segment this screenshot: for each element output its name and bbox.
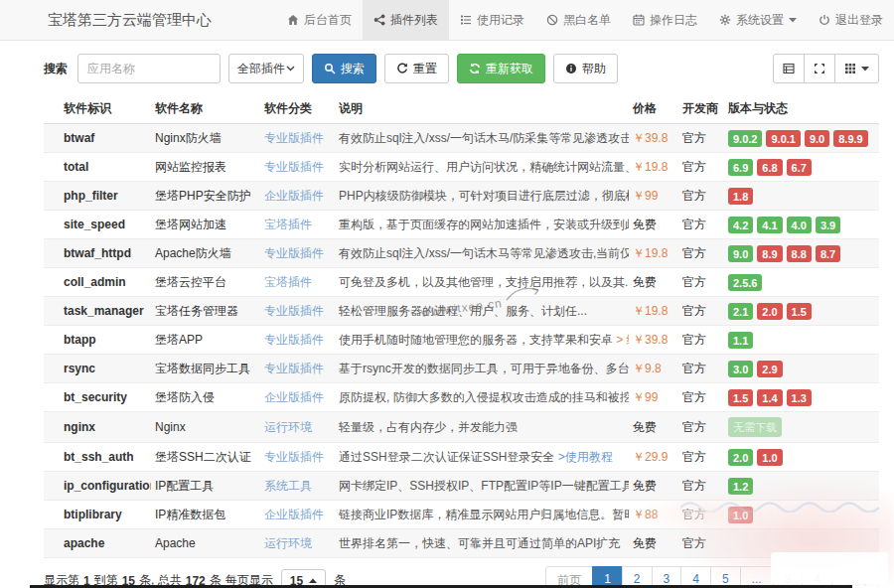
plugin-category-link[interactable]: 运行环境 xyxy=(264,420,312,434)
columns-button[interactable] xyxy=(834,54,879,83)
nav-item-label: 后台首页 xyxy=(304,12,352,29)
nav-item-logout[interactable]: 退出登录 xyxy=(808,0,894,40)
plugin-desc: 基于rsync开发的数据同步工具，可用于异地备份、多台主... xyxy=(339,362,629,375)
version-badge[interactable]: 4.2 xyxy=(728,217,753,233)
version-badge[interactable]: 6.7 xyxy=(787,159,812,176)
version-badge[interactable]: 1.5 xyxy=(728,389,753,406)
plugin-category-link[interactable]: 宝塔插件 xyxy=(264,275,312,289)
version-badge[interactable]: 8.7 xyxy=(816,245,840,262)
version-badge[interactable]: 2.0 xyxy=(728,449,753,466)
plugin-category-link[interactable]: 系统工具 xyxy=(264,479,312,493)
version-badge[interactable]: 1.1 xyxy=(728,332,753,349)
version-badge[interactable]: 1.5 xyxy=(787,303,812,320)
plugin-price: ￥88 xyxy=(633,508,658,521)
plugin-category-link[interactable]: 专业版插件 xyxy=(264,131,324,145)
version-badge[interactable]: 8.9 xyxy=(757,245,782,262)
chevron-down-icon xyxy=(286,66,295,72)
column-header[interactable]: 价格 xyxy=(629,94,678,124)
version-badge[interactable]: 2.5.6 xyxy=(728,274,762,291)
column-header[interactable]: 说明 xyxy=(335,94,629,124)
version-badge[interactable]: 3.9 xyxy=(816,217,840,233)
search-input[interactable] xyxy=(77,54,221,83)
version-badge[interactable]: 3.0 xyxy=(728,361,753,377)
nav-item-label: 系统设置 xyxy=(736,12,784,29)
version-badge[interactable]: 1.4 xyxy=(757,389,782,406)
fullscreen-button[interactable] xyxy=(804,54,835,83)
nav-item-blacklist[interactable]: 黑白名单 xyxy=(535,0,622,40)
search-label: 搜索 xyxy=(44,61,68,77)
reset-icon xyxy=(396,63,408,74)
plugin-category-link[interactable]: 企业版插件 xyxy=(264,390,324,404)
plugin-category-link[interactable]: 宝塔插件 xyxy=(264,218,312,231)
reset-button[interactable]: 重置 xyxy=(384,54,449,83)
version-badge[interactable]: 1.3 xyxy=(787,389,812,406)
plugin-category-link[interactable]: 专业版插件 xyxy=(264,246,324,260)
plugin-desc-link[interactable]: > 组... xyxy=(616,333,629,347)
plugin-desc: 实时分析网站运行、用户访问状况，精确统计网站流量、I... xyxy=(339,160,629,174)
version-badge[interactable]: 1.2 xyxy=(728,478,753,495)
refresh-button[interactable]: 重新获取 xyxy=(457,54,545,83)
nav-item-logs[interactable]: 操作日志 xyxy=(622,0,708,40)
caret-up-icon xyxy=(309,578,317,584)
nav-item-plugins[interactable]: 插件列表 xyxy=(363,0,449,40)
version-badge[interactable]: 2.0 xyxy=(757,303,782,320)
column-header[interactable]: 软件标识 xyxy=(44,94,151,124)
version-badge[interactable]: 9.0.1 xyxy=(766,130,800,147)
version-badge[interactable]: 9.0.2 xyxy=(728,130,762,147)
version-badge[interactable]: 无需下载 xyxy=(728,417,782,437)
plugin-name: 堡塔APP xyxy=(155,333,203,347)
plugin-developer: 官方 xyxy=(682,479,706,493)
plugin-category-link[interactable]: 专业版插件 xyxy=(264,160,324,174)
settings-icon xyxy=(719,14,731,26)
plugin-developer: 官方 xyxy=(682,160,706,174)
nav-item-settings[interactable]: 系统设置 xyxy=(708,0,808,40)
plugin-category-link[interactable]: 企业版插件 xyxy=(264,189,324,203)
version-badge[interactable]: 8.9.9 xyxy=(833,130,867,147)
plugin-category-link[interactable]: 专业版插件 xyxy=(264,333,324,347)
reset-button-label: 重置 xyxy=(413,61,437,77)
plugin-id: task_manager xyxy=(64,304,144,318)
version-badge[interactable]: 1.0 xyxy=(757,449,782,466)
column-header[interactable]: 软件名称 xyxy=(151,94,260,124)
version-badge[interactable]: 6.9 xyxy=(728,159,753,176)
version-badge[interactable]: 8.8 xyxy=(787,245,812,262)
plugin-developer: 官方 xyxy=(682,390,706,404)
plugin-id: coll_admin xyxy=(64,275,126,289)
version-badge[interactable]: 2.9 xyxy=(757,361,782,377)
plugin-category-link[interactable]: 专业版插件 xyxy=(264,304,324,318)
plugin-name: IP配置工具 xyxy=(155,479,214,493)
nav-item-records[interactable]: 使用记录 xyxy=(449,0,535,40)
plugin-desc: 轻量级，占有内存少，并发能力强 xyxy=(339,420,518,434)
plugin-price: ￥99 xyxy=(633,189,658,203)
plugin-category-link[interactable]: 专业版插件 xyxy=(264,362,324,375)
table-row: task_manager宝塔任务管理器专业版插件轻松管理服务器的进程、用户、服务… xyxy=(44,297,879,326)
plugin-desc: 有效防止sql注入/xss/一句话木马等常见渗透攻击,当前仅... xyxy=(339,246,629,260)
version-badge[interactable]: 4.0 xyxy=(787,217,812,233)
version-badge[interactable]: 1.8 xyxy=(728,188,753,205)
plugin-category-link[interactable]: 企业版插件 xyxy=(264,508,324,521)
version-badge[interactable]: 4.1 xyxy=(757,217,782,233)
card-view-button[interactable] xyxy=(773,54,805,83)
column-header[interactable]: 开发商 xyxy=(678,94,724,124)
category-select[interactable]: 全部插件 xyxy=(228,54,304,83)
plugin-desc: 使用手机随时随地管理您的服务器，支持苹果和安卓 xyxy=(339,333,616,347)
table-row: bt_security堡塔防入侵企业版插件原防提权, 防御大多数的入侵提权攻击造… xyxy=(44,383,879,412)
caret-down-icon xyxy=(789,17,797,23)
nav-item-home[interactable]: 后台首页 xyxy=(276,0,363,40)
plugins-icon xyxy=(373,14,385,26)
version-badge[interactable]: 9.0 xyxy=(805,130,829,147)
table-header-row: 软件标识软件名称软件分类说明价格开发商版本与状态 xyxy=(44,94,879,124)
plugin-category-link[interactable]: 专业版插件 xyxy=(264,450,324,464)
plugin-name: 宝塔任务管理器 xyxy=(155,304,238,318)
search-button[interactable]: 搜索 xyxy=(312,54,376,83)
plugin-name: 堡塔网站加速 xyxy=(155,218,226,231)
version-badge[interactable]: 9.0 xyxy=(728,245,753,262)
plugin-category-link[interactable]: 运行环境 xyxy=(264,536,312,550)
column-header[interactable]: 版本与状态 xyxy=(724,94,879,124)
column-header[interactable]: 软件分类 xyxy=(260,94,335,124)
version-badge[interactable]: 2.1 xyxy=(728,303,753,320)
version-badge[interactable]: 6.8 xyxy=(757,159,782,176)
help-button[interactable]: 帮助 xyxy=(553,54,618,83)
version-badge[interactable]: 1.0 xyxy=(728,507,753,523)
plugin-desc-link[interactable]: >使用教程 xyxy=(558,450,613,464)
